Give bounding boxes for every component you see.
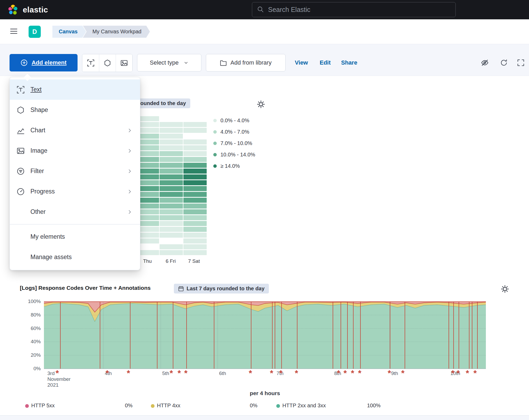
annotation-line — [333, 301, 333, 369]
refresh-button[interactable] — [499, 58, 509, 68]
annotation-line — [60, 301, 61, 369]
progress-icon — [17, 188, 25, 196]
legend-value: 0% — [250, 402, 257, 409]
menu-item-image[interactable]: Image — [10, 141, 140, 161]
heatmap-cell — [183, 244, 207, 249]
elastic-logo[interactable] — [7, 4, 19, 15]
legend-label: 10.0% - 14.0% — [220, 152, 255, 158]
add-from-library-button[interactable]: Add from library — [206, 54, 286, 71]
heatmap-x-label: 7 Sat — [188, 258, 200, 264]
fullscreen-button[interactable] — [516, 58, 526, 68]
legend-dot — [25, 404, 29, 408]
plus-circle-icon — [20, 59, 28, 66]
chevron-right-icon — [127, 148, 133, 154]
response-chart-settings-button[interactable] — [500, 284, 510, 294]
menu-item-shape[interactable]: Shape — [10, 100, 140, 120]
annotation-line — [251, 301, 251, 369]
menu-item-my-elements[interactable]: My elements — [10, 227, 140, 247]
heatmap-cell — [160, 180, 183, 185]
global-search — [252, 2, 456, 17]
heatmap-cell — [183, 180, 207, 185]
heatmap-cell — [183, 145, 207, 150]
annotation-line — [472, 301, 472, 369]
annotation-mark: * — [388, 369, 391, 377]
menu-item-label: Image — [30, 147, 47, 154]
heatmap-cell — [183, 238, 207, 243]
heatmap-cell — [160, 134, 183, 139]
shape-tool-button[interactable] — [99, 54, 116, 72]
legend-label[interactable]: HTTP 4xx — [157, 402, 180, 409]
response-time-filter-badge[interactable]: Last 7 days rounded to the day — [174, 284, 269, 293]
heatmap-legend-item[interactable]: 0.0% - 4.0% — [213, 116, 255, 125]
text-tool-button[interactable] — [82, 54, 99, 72]
icon-placeholder — [17, 208, 25, 216]
chevron-right-icon — [127, 209, 133, 215]
share-link[interactable]: Share — [341, 54, 357, 71]
hide-editing-controls-button[interactable] — [480, 58, 490, 68]
menu-item-text[interactable]: Text — [10, 79, 140, 100]
legend-label: 4.0% - 7.0% — [220, 129, 249, 135]
menu-item-chart[interactable]: Chart — [10, 120, 140, 141]
menu-item-label: Text — [30, 86, 42, 93]
add-element-button[interactable]: Add element — [10, 54, 78, 71]
shape-icon — [17, 106, 25, 114]
annotation-line — [353, 301, 354, 369]
heatmap-legend-item[interactable]: ≥ 14.0% — [213, 162, 255, 170]
calendar-icon — [178, 286, 184, 292]
response-chart-plot — [44, 301, 486, 369]
heatmap-settings-button[interactable] — [256, 99, 266, 110]
select-type-dropdown[interactable]: Select type — [137, 54, 201, 71]
heatmap-cell — [160, 238, 183, 243]
menu-item-label: Progress — [30, 188, 55, 195]
heatmap-legend-item[interactable]: 4.0% - 7.0% — [213, 128, 255, 136]
y-axis-label: 60% — [15, 326, 41, 331]
heatmap-cell — [183, 233, 207, 238]
breadcrumb: Canvas My Canvas Workpad — [52, 26, 150, 38]
heatmap-cell — [160, 215, 183, 220]
heatmap-cell — [160, 221, 183, 226]
response-time-filter-label: Last 7 days rounded to the day — [187, 286, 265, 292]
y-gridline — [44, 355, 486, 355]
chevron-right-icon — [127, 168, 133, 174]
legend-dot — [213, 164, 217, 168]
annotation-line — [360, 301, 361, 369]
menu-item-manage-assets[interactable]: Manage assets — [10, 247, 140, 267]
view-link[interactable]: View — [295, 54, 308, 71]
heatmap-cell — [160, 204, 183, 209]
breadcrumb-workpad[interactable]: My Canvas Workpad — [83, 26, 150, 38]
day-gridline — [161, 301, 161, 369]
heatmap-cell — [160, 192, 183, 197]
heatmap-cell — [183, 186, 207, 191]
heatmap-cell — [160, 198, 183, 203]
legend-dot — [213, 142, 217, 145]
heatmap-cell — [183, 192, 207, 197]
shape-icon — [104, 59, 111, 67]
heatmap-cell — [160, 151, 183, 156]
y-axis-label: 100% — [15, 299, 41, 304]
heatmap-cell — [160, 163, 183, 168]
menu-item-progress[interactable]: Progress — [10, 181, 140, 202]
legend-label[interactable]: HTTP 5xx — [31, 402, 55, 409]
legend-dot — [213, 153, 217, 156]
y-axis-label: 20% — [15, 352, 41, 358]
search-input[interactable] — [268, 6, 451, 14]
heatmap-legend-item[interactable]: 10.0% - 14.0% — [213, 151, 255, 159]
x-axis-unit-label: per 4 hours — [44, 390, 486, 396]
filter-icon — [17, 167, 25, 175]
heatmap-cell — [160, 209, 183, 214]
heatmap-legend-item[interactable]: 7.0% - 10.0% — [213, 139, 255, 147]
breadcrumb-canvas[interactable]: Canvas — [52, 26, 86, 38]
heatmap-cell — [183, 204, 207, 209]
annotation-line — [469, 301, 469, 369]
annotation-mark: * — [270, 369, 273, 377]
menu-hamburger-button[interactable] — [8, 26, 20, 38]
menu-item-other[interactable]: Other — [10, 202, 140, 222]
legend-label[interactable]: HTTP 2xx and 3xx — [282, 402, 326, 409]
global-header: elastic — [0, 0, 529, 19]
menu-item-filter[interactable]: Filter — [10, 161, 140, 181]
edit-link[interactable]: Edit — [320, 54, 331, 71]
space-avatar[interactable]: D — [29, 26, 41, 38]
image-tool-button[interactable] — [116, 54, 132, 72]
add-element-menu-items: TextShapeChartImageFilterProgressOtherMy… — [10, 79, 140, 267]
annotation-line — [477, 301, 478, 369]
